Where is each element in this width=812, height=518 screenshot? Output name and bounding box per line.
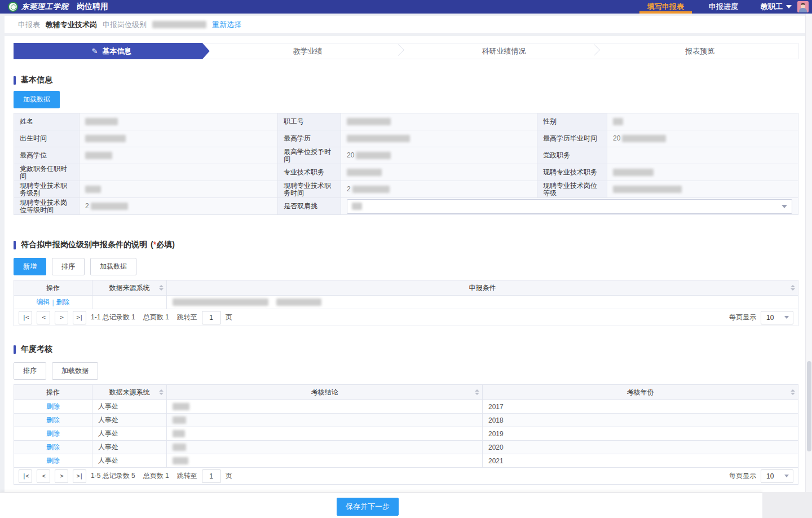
last-page-button[interactable]: >| xyxy=(73,469,86,483)
field-label-出生时间: 出生时间 xyxy=(14,130,80,147)
prev-page-button[interactable]: < xyxy=(37,469,50,483)
redacted-value xyxy=(85,186,101,193)
step-tab-科研业绩情况[interactable]: 科研业绩情况 xyxy=(406,43,602,59)
table-row: 删除人事处2018 xyxy=(14,414,798,427)
condition-table: 操作 数据来源系统 申报条件 编辑 | 删除 |< < > >| 1-1 总记录… xyxy=(14,280,798,326)
page-unit: 页 xyxy=(226,313,232,322)
field-label-党政职务任职时间: 党政职务任职时间 xyxy=(14,164,80,181)
step-label: 科研业绩情况 xyxy=(482,46,526,56)
nav-tab-申报进度[interactable]: 申报进度 xyxy=(696,0,751,14)
year-cell: 2019 xyxy=(483,427,798,441)
vertical-scrollbar[interactable] xyxy=(805,14,812,518)
field-value-姓名 xyxy=(80,113,278,130)
redacted-conclusion xyxy=(173,430,185,437)
value-prefix: 2 xyxy=(347,186,351,193)
next-page-button[interactable]: > xyxy=(55,469,68,483)
value-prefix: 20 xyxy=(613,135,620,142)
next-page-button[interactable]: > xyxy=(55,311,68,324)
field-value-现聘专业技术职务 xyxy=(607,164,798,181)
redacted-value xyxy=(85,152,112,159)
delete-link[interactable]: 删除 xyxy=(56,297,70,307)
per-page-select[interactable]: 10 xyxy=(761,311,793,324)
action-cell: 删除 xyxy=(14,400,92,414)
redacted-condition-text xyxy=(173,298,268,306)
redacted-value xyxy=(613,169,654,176)
source-cell: 人事处 xyxy=(92,441,167,454)
scrollbar-thumb[interactable] xyxy=(807,361,811,451)
pagination: |< < > >| 1-1 总记录数 1 总页数 1 跳转至 页 每页显示 10 xyxy=(14,309,798,326)
per-page-select[interactable]: 10 xyxy=(761,469,793,483)
section-title-assessment: 年度考核 xyxy=(14,344,798,354)
prev-page-button[interactable]: < xyxy=(37,311,50,324)
jump-label: 跳转至 xyxy=(177,471,197,481)
column-header-source[interactable]: 数据来源系统 xyxy=(92,280,167,296)
redacted-conclusion xyxy=(173,416,186,424)
edit-link[interactable]: 编辑 xyxy=(36,297,50,307)
save-next-button[interactable]: 保存并下一步 xyxy=(337,498,399,516)
field-value-现聘专业技术岗位等级 xyxy=(607,181,798,198)
school-logo-icon xyxy=(8,2,18,12)
redacted-value xyxy=(347,118,391,125)
chevron-down-icon xyxy=(782,205,787,208)
page-jump-input[interactable] xyxy=(202,311,221,324)
school-name: 东莞理工学院 xyxy=(21,2,69,12)
page-unit: 页 xyxy=(226,471,232,481)
step-tab-教学业绩[interactable]: 教学业绩 xyxy=(210,43,406,59)
redacted-condition-text xyxy=(276,298,321,306)
chevron-down-icon xyxy=(784,316,789,319)
avatar[interactable] xyxy=(797,1,809,12)
total-pages: 总页数 1 xyxy=(143,471,169,481)
delete-link[interactable]: 删除 xyxy=(46,415,60,425)
year-cell: 2017 xyxy=(483,400,798,414)
delete-link[interactable]: 删除 xyxy=(46,456,60,466)
page-jump-input[interactable] xyxy=(202,469,221,483)
load-data-button[interactable]: 加载数据 xyxy=(90,258,136,275)
step-tab-基本信息[interactable]: ✎基本信息 xyxy=(14,43,210,59)
source-cell: 人事处 xyxy=(92,414,167,427)
source-cell: 人事处 xyxy=(92,400,167,414)
step-label: 基本信息 xyxy=(102,46,131,56)
sort-button[interactable]: 排序 xyxy=(52,258,85,275)
column-header-source[interactable]: 数据来源系统 xyxy=(92,385,167,400)
main-panel: ✎基本信息教学业绩科研业绩情况报表预览 基本信息 加载数据 姓名职工号性别出生时… xyxy=(5,36,807,516)
assessment-table: 操作 数据来源系统 考核结论 考核年份 删除人事处2017删除人事处2018删除… xyxy=(14,384,798,485)
scroll-corner xyxy=(762,492,812,518)
table-row: 编辑 | 删除 xyxy=(14,296,798,309)
nav-tab-填写申报表[interactable]: 填写申报表 xyxy=(635,0,696,14)
field-label-现聘专业技术职务时间: 现聘专业技术职务时间 xyxy=(278,181,341,198)
first-page-button[interactable]: |< xyxy=(19,469,32,483)
reselect-link[interactable]: 重新选择 xyxy=(212,20,241,30)
redacted-conclusion xyxy=(173,457,188,464)
load-data-button[interactable]: 加载数据 xyxy=(52,362,98,380)
load-data-button[interactable]: 加载数据 xyxy=(14,91,60,108)
topbar-tabs: 填写申报表申报进度 xyxy=(635,0,751,14)
column-header-conclusion[interactable]: 考核结论 xyxy=(167,385,483,400)
delete-link[interactable]: 删除 xyxy=(46,442,60,452)
add-button[interactable]: 新增 xyxy=(14,258,46,275)
redacted-conclusion xyxy=(173,403,189,410)
sort-icon xyxy=(791,285,795,291)
table-row: 删除人事处2020 xyxy=(14,441,798,454)
field-value-是否双肩挑[interactable] xyxy=(341,198,798,215)
field-label-最高学位授予时间: 最高学位授予时间 xyxy=(278,147,341,164)
field-value-职工号 xyxy=(341,113,537,130)
sort-button[interactable]: 排序 xyxy=(14,362,46,380)
field-label-专业技术职务: 专业技术职务 xyxy=(278,164,341,181)
dual-role-select[interactable] xyxy=(347,199,792,214)
column-header-year[interactable]: 考核年份 xyxy=(483,385,798,400)
jump-label: 跳转至 xyxy=(177,313,197,322)
step-tab-报表预览[interactable]: 报表预览 xyxy=(602,43,798,59)
field-label-是否双肩挑: 是否双肩挑 xyxy=(278,198,341,215)
delete-link[interactable]: 删除 xyxy=(46,402,60,411)
delete-link[interactable]: 删除 xyxy=(46,429,60,438)
column-header-condition[interactable]: 申报条件 xyxy=(167,280,798,296)
breadcrumb-level-label: 申报岗位级别 xyxy=(103,20,147,30)
user-role-menu[interactable]: 教职工 xyxy=(761,2,792,12)
section-label: 年度考核 xyxy=(21,344,52,354)
field-value-最高学位 xyxy=(80,147,278,164)
conclusion-cell xyxy=(167,414,483,427)
redacted-value xyxy=(91,203,128,210)
redacted-value xyxy=(622,135,666,142)
last-page-button[interactable]: >| xyxy=(73,311,86,324)
first-page-button[interactable]: |< xyxy=(19,311,32,324)
